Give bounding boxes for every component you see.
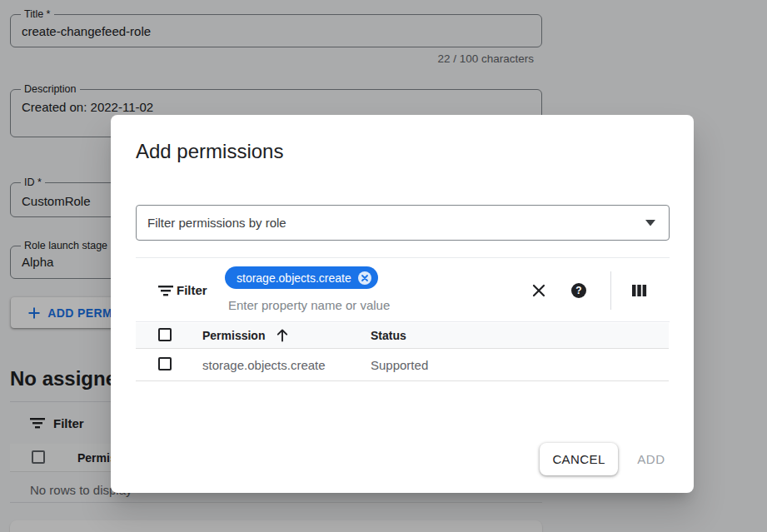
filter-chip-label: storage.objects.create bbox=[237, 271, 351, 285]
add-permissions-dialog: Add permissions Filter permissions by ro… bbox=[111, 115, 694, 493]
filter-by-role-dropdown[interactable]: Filter permissions by role bbox=[136, 205, 670, 241]
add-button[interactable]: ADD bbox=[625, 443, 677, 475]
svg-text:?: ? bbox=[575, 285, 581, 296]
filter-chip[interactable]: storage.objects.create bbox=[225, 266, 378, 289]
status-column-header[interactable]: Status bbox=[371, 329, 406, 342]
row-status-cell: Supported bbox=[371, 358, 428, 372]
dialog-filter-input-placeholder[interactable]: Enter property name or value bbox=[228, 298, 390, 312]
filter-by-role-placeholder: Filter permissions by role bbox=[147, 216, 645, 230]
filter-help-button[interactable]: ? bbox=[567, 279, 590, 302]
clear-filter-button[interactable] bbox=[527, 279, 550, 302]
dialog-title: Add permissions bbox=[136, 140, 283, 163]
column-display-icon bbox=[631, 283, 647, 298]
sort-ascending-icon[interactable] bbox=[276, 328, 289, 342]
row-permission-cell: storage.objects.create bbox=[202, 358, 326, 372]
toolbar-vertical-divider bbox=[610, 271, 611, 310]
filter-list-icon bbox=[158, 285, 173, 296]
permission-table-row[interactable]: storage.objects.create Supported bbox=[136, 349, 669, 381]
row-checkbox[interactable] bbox=[158, 357, 172, 370]
dialog-filter-label: Filter bbox=[177, 283, 207, 297]
permission-column-header[interactable]: Permission bbox=[202, 329, 265, 342]
cancel-button[interactable]: CANCEL bbox=[540, 443, 618, 475]
chevron-down-icon bbox=[645, 220, 655, 226]
select-all-checkbox[interactable] bbox=[158, 328, 172, 341]
toolbar-top-divider bbox=[136, 257, 670, 258]
clear-filter-icon bbox=[530, 282, 547, 299]
help-icon: ? bbox=[570, 282, 587, 299]
chip-close-icon[interactable] bbox=[357, 271, 372, 286]
toolbar-bottom-divider bbox=[136, 321, 670, 322]
permissions-table-header: Permission Status bbox=[136, 323, 669, 349]
column-display-button[interactable] bbox=[627, 279, 650, 302]
